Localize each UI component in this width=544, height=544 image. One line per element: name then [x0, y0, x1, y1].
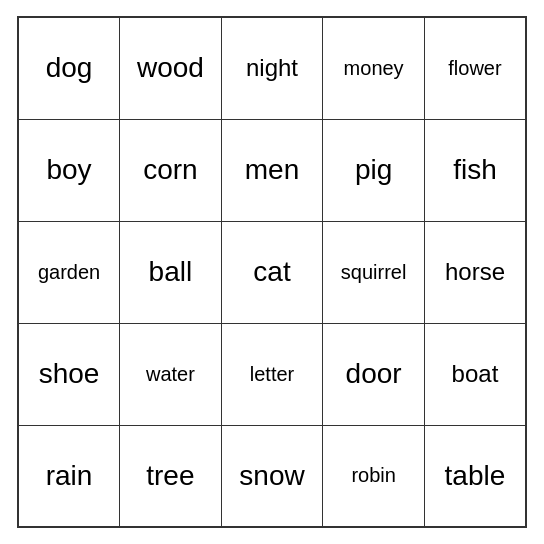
bingo-table: dogwoodnightmoneyflowerboycornmenpigfish…	[17, 16, 527, 528]
table-row: snow	[221, 425, 323, 527]
cell-word: letter	[250, 363, 294, 385]
cell-word: corn	[143, 154, 197, 185]
cell-word: boy	[46, 154, 91, 185]
table-row: tree	[120, 425, 222, 527]
table-row: garden	[18, 221, 120, 323]
table-row: night	[221, 17, 323, 119]
table-row: ball	[120, 221, 222, 323]
table-row: shoe	[18, 323, 120, 425]
cell-word: rain	[46, 460, 93, 491]
table-row: boy	[18, 119, 120, 221]
cell-word: men	[245, 154, 299, 185]
table-row: men	[221, 119, 323, 221]
table-row: door	[323, 323, 425, 425]
table-row: horse	[424, 221, 526, 323]
table-row: letter	[221, 323, 323, 425]
cell-word: tree	[146, 460, 194, 491]
cell-word: night	[246, 54, 298, 81]
cell-word: cat	[253, 256, 290, 287]
table-row: water	[120, 323, 222, 425]
cell-word: table	[445, 460, 506, 491]
table-row: wood	[120, 17, 222, 119]
table-row: squirrel	[323, 221, 425, 323]
table-row: corn	[120, 119, 222, 221]
table-row: dog	[18, 17, 120, 119]
cell-word: shoe	[39, 358, 100, 389]
cell-word: pig	[355, 154, 392, 185]
table-row: pig	[323, 119, 425, 221]
cell-word: boat	[452, 360, 499, 387]
cell-word: water	[146, 363, 195, 385]
cell-word: snow	[239, 460, 304, 491]
cell-word: flower	[448, 57, 501, 79]
table-row: robin	[323, 425, 425, 527]
cell-word: door	[346, 358, 402, 389]
table-row: rain	[18, 425, 120, 527]
cell-word: horse	[445, 258, 505, 285]
cell-word: dog	[46, 52, 93, 83]
cell-word: ball	[149, 256, 193, 287]
cell-word: robin	[351, 464, 395, 486]
cell-word: wood	[137, 52, 204, 83]
table-row: cat	[221, 221, 323, 323]
cell-word: garden	[38, 261, 100, 283]
cell-word: money	[344, 57, 404, 79]
table-row: money	[323, 17, 425, 119]
cell-word: squirrel	[341, 261, 407, 283]
table-row: flower	[424, 17, 526, 119]
cell-word: fish	[453, 154, 497, 185]
table-row: fish	[424, 119, 526, 221]
table-row: table	[424, 425, 526, 527]
table-row: boat	[424, 323, 526, 425]
